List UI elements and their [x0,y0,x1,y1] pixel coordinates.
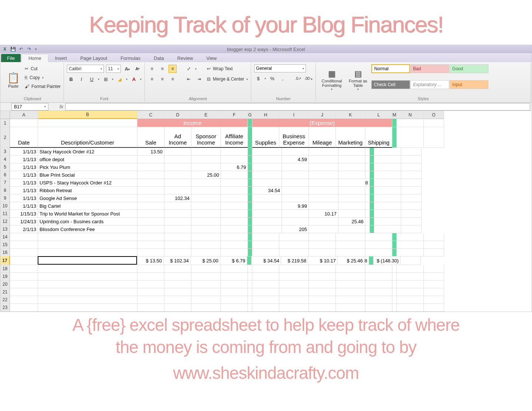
cell[interactable] [248,273,252,281]
cell[interactable] [248,304,252,312]
cell[interactable] [336,288,365,296]
font-color-button[interactable]: A [130,75,138,83]
row-header[interactable]: 11 [0,210,10,218]
cell[interactable] [336,281,365,288]
cell[interactable] [38,241,137,249]
cell[interactable] [164,288,191,296]
tab-formulas[interactable]: Formulas [114,54,147,62]
cell-date[interactable]: 1/1/13 [10,156,38,163]
cell-description[interactable]: Big Cartel [38,202,137,210]
cell-value[interactable] [221,148,248,156]
column-header[interactable]: D [164,111,191,119]
cell[interactable] [164,241,191,249]
column-header[interactable]: L [365,111,392,119]
style-check-cell[interactable]: Check Cell [371,80,410,89]
cell[interactable] [10,249,38,257]
net-total-cell[interactable]: $ (148.30) [374,257,400,265]
name-box[interactable]: B17 ▾ [11,103,48,111]
cell[interactable] [424,233,444,241]
cell[interactable] [401,156,422,163]
row-header[interactable]: 4 [0,156,10,163]
cell-value[interactable] [338,163,365,171]
tab-view[interactable]: View [200,54,223,62]
cell[interactable] [191,233,221,241]
cell[interactable] [397,249,424,257]
cell[interactable] [10,288,38,296]
cell[interactable] [221,304,248,312]
cell[interactable] [424,241,444,249]
column-header[interactable]: C [137,111,164,119]
cell-value[interactable] [282,194,309,202]
cell[interactable] [221,233,248,241]
cell[interactable] [424,119,444,127]
cell[interactable] [221,288,248,296]
font-size-select[interactable]: 11▾ [106,65,121,73]
percent-button[interactable]: % [268,74,276,82]
cell-date[interactable]: 1/1/13 [10,148,38,156]
separator[interactable] [392,119,397,127]
cell-value[interactable] [191,218,221,225]
grow-font-button[interactable]: A▴ [123,65,131,73]
cell-value[interactable] [191,202,221,210]
cell[interactable] [252,273,279,281]
cell-value[interactable] [137,171,164,179]
cell-value[interactable] [164,187,191,194]
border-button[interactable]: ⊞ [102,75,110,83]
cell[interactable] [38,265,137,273]
cell[interactable] [38,304,137,312]
increase-indent-button[interactable]: ⇥ [195,75,203,83]
cell[interactable] [397,281,424,288]
cell[interactable] [252,288,279,296]
row-header[interactable]: 19 [0,273,10,281]
separator[interactable] [248,171,252,179]
cell[interactable] [164,273,191,281]
cell[interactable] [279,281,309,288]
cell[interactable] [397,288,424,296]
cell[interactable] [221,296,248,304]
total-cell[interactable]: $ 6.79 [220,257,247,265]
separator[interactable] [370,179,374,187]
style-normal[interactable]: Normal [371,64,410,73]
column-header[interactable]: B [38,111,137,119]
cell-value[interactable] [252,148,282,156]
cell[interactable] [392,249,397,257]
cell-value[interactable] [338,187,365,194]
cell[interactable] [10,241,38,249]
cell-value[interactable] [309,225,338,233]
style-good[interactable]: Good [450,64,488,73]
cell-value[interactable] [191,225,221,233]
cell[interactable] [252,249,279,257]
cell[interactable] [248,265,252,273]
cell[interactable] [164,296,191,304]
cell-value[interactable]: 102.34 [164,194,191,202]
cell[interactable] [374,148,401,156]
cell[interactable] [279,296,309,304]
cell-description[interactable]: Trip to World Market for Sponsor Post [38,210,137,218]
cell-description[interactable]: Stacy Haycock Order #12 [38,148,137,156]
cell[interactable] [309,249,336,257]
cell[interactable] [401,218,422,225]
total-cell[interactable]: $ 34.54 [252,257,281,265]
cell[interactable] [365,288,392,296]
cell-value[interactable] [282,171,309,179]
cell[interactable] [365,265,392,273]
shrink-font-button[interactable]: A▾ [133,65,141,73]
total-cell[interactable]: $ 25.00 [191,257,220,265]
cell-date[interactable]: 1/1/13 [10,163,38,171]
cell[interactable] [252,296,279,304]
cell-date[interactable]: 1/1/13 [10,194,38,202]
total-cell[interactable]: $ 25.46 [338,257,365,265]
select-all-corner[interactable] [0,111,10,119]
copy-button[interactable]: ⎘ Copy ▾ [25,73,61,82]
cell[interactable] [137,249,164,257]
cell[interactable] [279,304,309,312]
separator[interactable] [370,194,374,202]
bold-button[interactable]: B [67,75,75,83]
separator[interactable] [248,163,252,171]
cell[interactable] [248,288,252,296]
row-header[interactable]: 18 [0,265,10,273]
cell-value[interactable] [365,148,370,156]
row-header[interactable]: 15 [0,241,10,249]
tab-insert[interactable]: Insert [48,54,74,62]
separator[interactable] [248,187,252,194]
